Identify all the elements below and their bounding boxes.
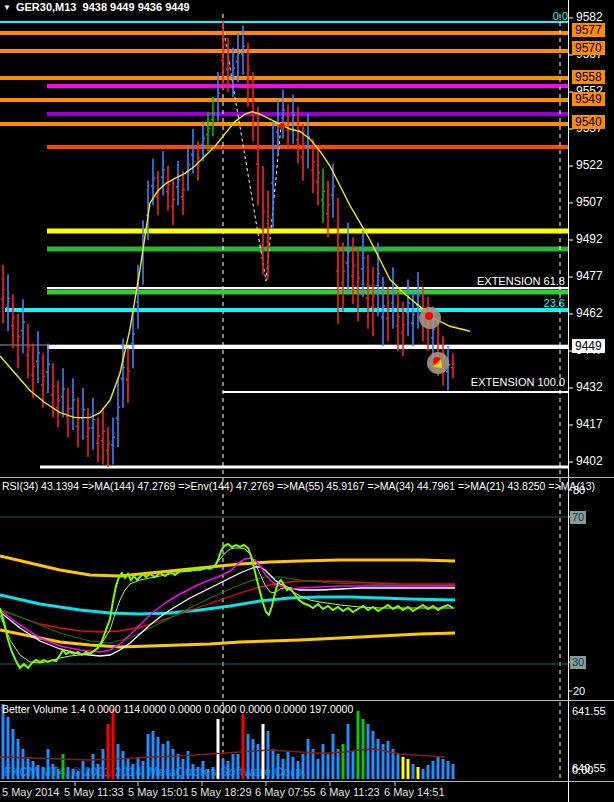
fib-level-label: EXTENSION 100.0 <box>471 376 565 388</box>
fib-level-label: 23.6 <box>544 297 565 309</box>
rsi-panel-plot[interactable] <box>0 517 568 668</box>
time-axis[interactable] <box>0 782 568 802</box>
rsi-series-env-lower <box>0 630 455 647</box>
chart-title-bar: ▼GER30,M13 9438 9449 9436 9449 <box>3 1 190 13</box>
mt4-chart-window: FXCM MT4, © 2001-2014, MetaQuotes Softwa… <box>0 0 614 802</box>
volume-indicator-header: Better Volume 1.4 0.0000 114.0000 0.0000… <box>2 703 353 716</box>
panel-separator[interactable] <box>0 700 614 701</box>
ohlc-quote-label: 9438 9449 9436 9449 <box>83 1 190 13</box>
fib-level-label: EXTENSION 61.8 <box>477 275 565 287</box>
main-chart-plot[interactable] <box>0 14 568 780</box>
panel-separator[interactable] <box>0 477 614 478</box>
rsi-indicator-header: RSI(34) 43.1394 =>MA(144) 47.2769 =>Env(… <box>2 480 595 493</box>
axis-ticks <box>75 18 573 786</box>
symbol-period-label: GER30,M13 <box>16 1 77 13</box>
chart-canvas[interactable] <box>0 0 614 802</box>
symbol-dropdown-icon[interactable]: ▼ <box>3 3 11 12</box>
rsi-series-extra-green <box>0 577 455 643</box>
price-axis[interactable] <box>569 0 614 780</box>
fib-level-label: 0.0 <box>553 10 568 22</box>
